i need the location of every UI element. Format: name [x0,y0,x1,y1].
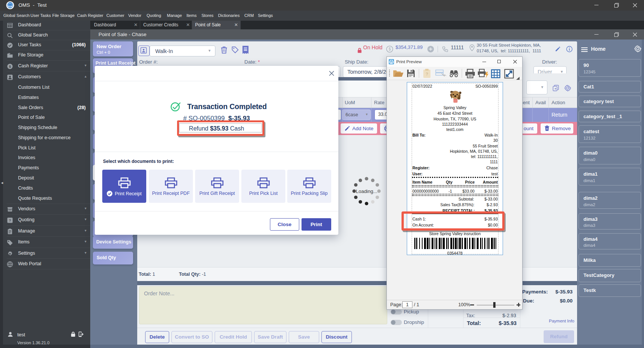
svg-text:$: $ [9,64,11,68]
svg-text:?: ? [9,219,11,222]
svg-text:$: $ [389,47,391,51]
svg-text:?: ? [426,72,428,76]
